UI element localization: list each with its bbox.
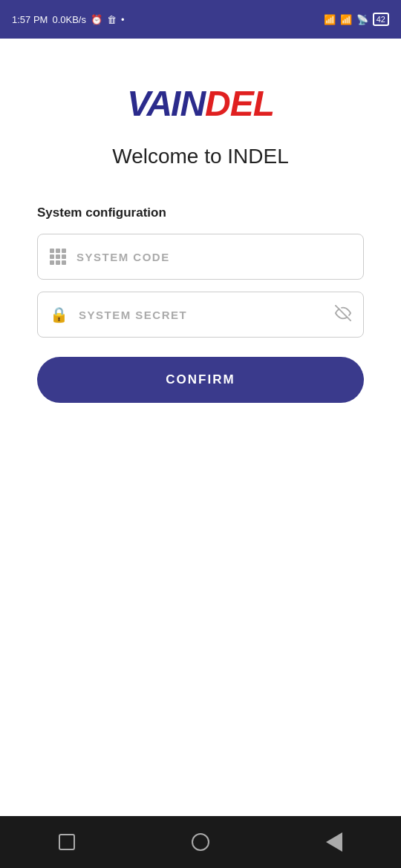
network-speed: 0.0KB/s	[52, 14, 86, 25]
signal-icon-2: 📶	[340, 14, 352, 25]
time-display: 1:57 PM	[12, 14, 48, 25]
status-left: 1:57 PM 0.0KB/s ⏰ 🗑 •	[12, 14, 125, 25]
signal-icon-1: 📶	[324, 14, 336, 25]
welcome-text: Welcome to INDEL	[112, 145, 289, 168]
logo-del: DEL	[205, 84, 274, 123]
circle-icon	[192, 833, 209, 851]
nav-square-button[interactable]	[59, 834, 75, 850]
confirm-button[interactable]: CONFIRM	[37, 357, 364, 403]
status-bar: 1:57 PM 0.0KB/s ⏰ 🗑 • 📶 📶 📡 42	[0, 0, 401, 39]
dot-indicator: •	[121, 14, 125, 25]
system-secret-input[interactable]	[79, 309, 325, 321]
grid-icon	[50, 249, 66, 265]
logo-va: VA	[127, 83, 171, 124]
notification-icon: 🗑	[107, 14, 117, 25]
main-content: VA INDEL Welcome to INDEL System configu…	[0, 39, 401, 403]
battery-level: 42	[376, 15, 385, 24]
system-code-field	[37, 234, 364, 280]
triangle-icon	[326, 832, 342, 852]
logo-container: VA INDEL	[127, 83, 274, 124]
wifi-icon: 📡	[356, 14, 368, 25]
nav-home-button[interactable]	[192, 833, 209, 851]
eye-off-icon[interactable]	[335, 305, 351, 325]
square-icon	[59, 834, 75, 850]
nav-back-button[interactable]	[326, 832, 342, 852]
logo-in: IN	[171, 84, 205, 123]
navigation-bar	[0, 816, 401, 868]
battery-indicator: 42	[373, 13, 389, 26]
logo-indel: INDEL	[171, 83, 274, 124]
status-right: 📶 📶 📡 42	[324, 13, 389, 26]
lock-icon: 🔒	[50, 306, 68, 323]
alarm-icon: ⏰	[91, 14, 102, 25]
system-code-input[interactable]	[76, 251, 351, 263]
section-label: System configuration	[37, 206, 166, 220]
system-secret-field: 🔒	[37, 292, 364, 338]
